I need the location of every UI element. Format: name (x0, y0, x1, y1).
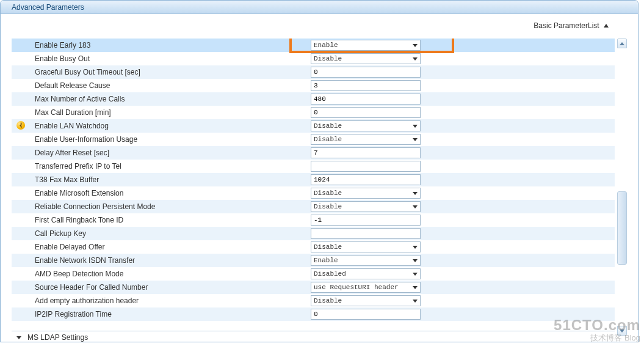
parameter-row: Max Call Duration [min] (12, 106, 615, 119)
parameter-select[interactable]: Disable (311, 241, 421, 252)
parameter-row: Enable Delayed OfferDisable (12, 240, 615, 254)
parameter-row: Graceful Busy Out Timeout [sec] (12, 65, 615, 79)
parameter-label: Delay After Reset [sec] (30, 149, 311, 157)
parameter-row: Enable Microsoft ExtensionDisable (12, 186, 615, 200)
chevron-down-icon (413, 125, 418, 128)
parameter-row: Enable User-Information UsageDisable (12, 133, 615, 146)
parameter-select[interactable]: Disable (311, 295, 421, 306)
panel-title: Advanced Parameters (1, 1, 638, 14)
select-value: use RequestURI header (314, 282, 410, 292)
chevron-down-icon (16, 336, 21, 339)
parameter-label: Call Pickup Key (30, 229, 311, 238)
parameter-text-wrapper (311, 161, 421, 172)
parameter-input[interactable] (314, 176, 418, 183)
parameter-input[interactable] (314, 68, 418, 76)
select-value: Enable (314, 40, 410, 50)
parameter-select[interactable]: Enable (311, 255, 421, 266)
parameter-input-col (311, 309, 451, 320)
parameter-input[interactable] (314, 216, 418, 224)
parameter-select[interactable]: Enable (311, 40, 421, 51)
row-icon-col (12, 121, 30, 131)
scroll-down-button[interactable] (617, 326, 627, 336)
parameter-select[interactable]: use RequestURI header (311, 282, 421, 293)
parameter-select[interactable]: Disable (311, 134, 421, 145)
parameter-text-wrapper (311, 215, 421, 226)
parameter-text-wrapper (311, 94, 421, 105)
select-value: Disable (314, 296, 410, 306)
top-link-label: Basic ParameterList (534, 21, 599, 30)
parameter-row: Default Release Cause (12, 79, 615, 92)
panel-body: Basic ParameterList Enable Early 183Enab… (1, 14, 638, 342)
parameter-input[interactable] (314, 163, 418, 170)
parameter-row: First Call Ringback Tone ID (12, 213, 615, 227)
parameter-input-col: Disable (311, 120, 451, 131)
scrollbar-thumb[interactable] (617, 191, 627, 265)
scroll-up-button[interactable] (617, 39, 627, 48)
parameter-label: T38 Fax Max Buffer (30, 175, 311, 184)
parameter-label: Source Header For Called Number (30, 283, 311, 292)
parameter-select[interactable]: Disable (311, 188, 421, 199)
parameter-input-col (311, 67, 451, 78)
parameter-input-col: Enable (311, 40, 451, 51)
parameter-label: Graceful Busy Out Timeout [sec] (30, 68, 311, 76)
vertical-scrollbar[interactable] (617, 39, 627, 336)
parameter-row: Enable Early 183Enable (12, 39, 615, 52)
parameter-label: Reliable Connection Persistent Mode (30, 202, 311, 211)
chevron-down-icon (413, 259, 418, 262)
select-value: Disable (314, 134, 410, 144)
parameter-row: IP2IP Registration Time (12, 307, 615, 321)
parameter-select[interactable]: Disable (311, 53, 421, 64)
parameter-input-col (311, 94, 451, 105)
parameter-input-col: Disable (311, 188, 451, 199)
parameter-input-col (311, 107, 451, 118)
parameter-text-wrapper (311, 107, 421, 118)
parameter-input[interactable] (314, 311, 418, 318)
basic-parameter-list-link[interactable]: Basic ParameterList (534, 21, 609, 30)
parameter-label: Enable Network ISDN Transfer (30, 256, 311, 265)
chevron-down-icon (413, 300, 418, 303)
parameter-select[interactable]: Disable (311, 120, 421, 131)
parameter-row: AMD Beep Detection ModeDisabled (12, 267, 615, 281)
parameter-text-wrapper (311, 80, 421, 91)
section-header-ms-ldap[interactable]: MS LDAP Settings (12, 331, 615, 342)
select-value: Enable (314, 256, 410, 265)
parameter-input-col: Enable (311, 255, 451, 266)
parameter-label: AMD Beep Detection Mode (30, 270, 311, 278)
chevron-down-icon (413, 273, 418, 276)
parameter-label: Max Call Duration [min] (30, 108, 311, 117)
parameter-input[interactable] (314, 82, 418, 89)
parameter-row: Delay After Reset [sec] (12, 146, 615, 160)
chevron-down-icon (413, 286, 418, 289)
parameter-input-col: Disable (311, 53, 451, 64)
parameter-input-col (311, 215, 451, 226)
parameter-label: Enable Early 183 (30, 41, 311, 50)
chevron-down-icon (413, 57, 418, 61)
parameter-input-col: Disable (311, 241, 451, 252)
parameter-input[interactable] (314, 230, 418, 237)
select-value: Disable (314, 121, 410, 131)
parameter-input-col: Disable (311, 201, 451, 212)
advanced-parameters-panel: Advanced Parameters Basic ParameterList … (0, 0, 639, 342)
parameter-row: Reliable Connection Persistent ModeDisab… (12, 200, 615, 213)
parameter-input[interactable] (314, 95, 418, 103)
parameter-label: Enable LAN Watchdog (30, 122, 311, 130)
section-header-label: MS LDAP Settings (27, 333, 88, 342)
parameter-select[interactable]: Disabled (311, 268, 421, 279)
triangle-down-icon (620, 329, 624, 333)
parameter-row: T38 Fax Max Buffer (12, 173, 615, 186)
parameter-row: Add empty authorization headerDisable (12, 294, 615, 307)
chevron-down-icon (413, 44, 418, 47)
lightning-icon (16, 121, 25, 130)
parameter-row: Enable Network ISDN TransferEnable (12, 254, 615, 267)
parameter-input-col (311, 161, 451, 172)
select-value: Disable (314, 188, 410, 198)
parameter-input-col: Disabled (311, 268, 451, 279)
parameter-label: Add empty authorization header (30, 296, 311, 305)
parameter-select[interactable]: Disable (311, 201, 421, 212)
parameter-row: Enable Busy OutDisable (12, 52, 615, 65)
parameter-rows: Enable Early 183EnableEnable Busy OutDis… (12, 39, 615, 321)
parameter-input[interactable] (314, 109, 418, 116)
chevron-down-icon (413, 246, 418, 249)
parameter-row: Transferred Prefix IP to Tel (12, 160, 615, 173)
parameter-input[interactable] (314, 149, 418, 156)
